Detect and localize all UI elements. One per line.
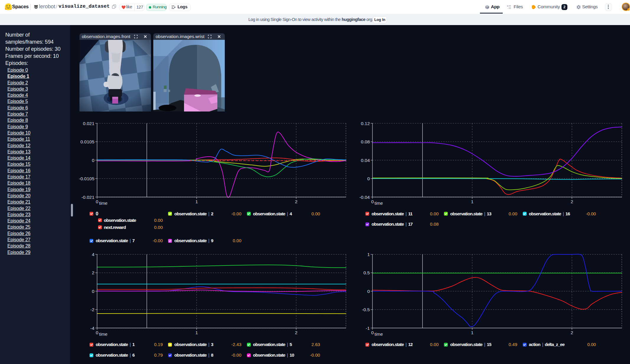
svg-text:0: 0 (92, 158, 95, 163)
svg-text:0: 0 (371, 199, 374, 204)
svg-text:0: 0 (96, 330, 98, 335)
svg-text:time: time (99, 332, 108, 337)
svg-text:-4: -4 (90, 326, 95, 331)
svg-text:-0.04: -0.04 (359, 195, 370, 200)
svg-text:-0.0105: -0.0105 (79, 176, 95, 181)
svg-text:2: 2 (92, 270, 95, 275)
svg-text:0: 0 (96, 199, 98, 204)
svg-text:1: 1 (471, 330, 473, 335)
svg-text:1: 1 (471, 199, 473, 204)
svg-text:0.04: 0.04 (361, 158, 370, 163)
svg-text:2: 2 (571, 330, 573, 335)
svg-text:0: 0 (371, 330, 374, 335)
svg-text:0.021: 0.021 (83, 121, 95, 126)
svg-text:2: 2 (571, 199, 573, 204)
svg-text:time: time (375, 201, 383, 206)
svg-text:0.0105: 0.0105 (80, 139, 94, 144)
svg-text:-1: -1 (366, 326, 370, 331)
svg-text:0.12: 0.12 (361, 121, 370, 126)
svg-text:time: time (99, 201, 108, 206)
svg-text:1: 1 (195, 330, 198, 335)
svg-text:-0.5: -0.5 (362, 307, 370, 312)
svg-text:-2: -2 (90, 307, 95, 312)
svg-text:1: 1 (195, 199, 198, 204)
svg-text:-0.021: -0.021 (82, 195, 95, 200)
svg-text:0: 0 (92, 289, 95, 294)
svg-text:2: 2 (295, 199, 297, 204)
svg-text:1: 1 (367, 252, 370, 257)
svg-text:time: time (375, 332, 383, 337)
svg-text:0.5: 0.5 (363, 270, 370, 275)
svg-text:0: 0 (367, 289, 370, 294)
svg-text:0: 0 (367, 176, 370, 181)
svg-text:0.08: 0.08 (361, 139, 370, 144)
svg-text:2: 2 (295, 330, 297, 335)
svg-text:4: 4 (92, 252, 95, 257)
